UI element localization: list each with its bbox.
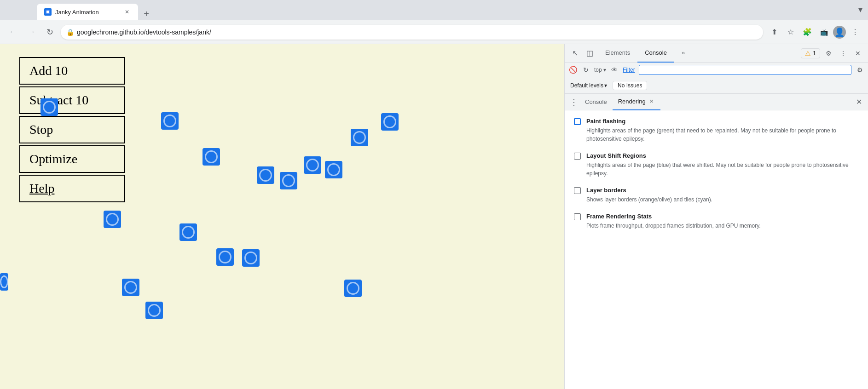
tab-dropdown-button[interactable]: ▾ [858, 5, 862, 15]
default-levels-label: Default levels [570, 82, 603, 89]
clear-console-icon[interactable]: 🚫 [568, 65, 578, 74]
animated-square [161, 112, 179, 130]
layer-borders-checkbox[interactable] [574, 187, 581, 194]
reload-button[interactable]: ↻ [42, 25, 57, 40]
animated-square [179, 223, 197, 241]
back-button[interactable]: ← [6, 25, 20, 40]
filter-settings-icon[interactable]: ⚙ [855, 65, 864, 74]
devtools-header: ↖ ◫ Elements Console » ⚠ 1 ⚙ [565, 44, 868, 63]
forward-button[interactable]: → [24, 25, 39, 40]
elements-tab[interactable]: Elements [598, 44, 637, 63]
devtools-header-icons: ⚠ 1 ⚙ ⋮ ✕ [801, 47, 864, 60]
animated-square [257, 166, 274, 184]
chevron-down-icon: ▾ [604, 82, 607, 89]
animated-square [104, 211, 121, 228]
browser-frame: Janky Animation ✕ + ▾ ← → ↻ 🔒 googlechro… [0, 0, 868, 389]
animated-square [242, 249, 260, 267]
frame-rendering-row: Frame Rendering Stats Plots frame throug… [574, 213, 859, 230]
panel-close-button[interactable]: ✕ [853, 97, 864, 108]
subtract-10-button[interactable]: Subtract 10 [19, 86, 125, 114]
warning-badge[interactable]: ⚠ 1 [801, 48, 820, 58]
optimize-button[interactable]: Optimize [19, 145, 125, 173]
toolbar-right: ⬆ ☆ 🧩 📺 👤 ⋮ [767, 25, 862, 40]
devtools-panel: ↖ ◫ Elements Console » ⚠ 1 ⚙ [564, 44, 868, 389]
frame-rendering-desc: Plots frame throughput, dropped frames d… [586, 222, 859, 230]
filter-label: Filter [623, 67, 635, 73]
refresh-icon[interactable]: ↻ [581, 65, 590, 74]
animated-square [280, 172, 297, 189]
no-issues-button[interactable]: No Issues [613, 81, 647, 90]
layer-borders-row: Layer borders Shows layer borders (orang… [574, 187, 859, 204]
paint-flashing-title: Paint flashing [586, 118, 859, 125]
main-area: Add 10 Subtract 10 Stop Optimize Help [0, 44, 868, 389]
profile-avatar[interactable]: 👤 [833, 26, 846, 39]
animated-square [216, 248, 234, 266]
paint-flashing-desc: Highlights areas of the page (green) tha… [586, 126, 859, 143]
menu-button[interactable]: ⋮ [848, 25, 862, 40]
layer-borders-text: Layer borders Shows layer borders (orang… [586, 187, 859, 204]
devtools-more-button[interactable]: ⋮ [837, 47, 850, 60]
frame-rendering-checkbox[interactable] [574, 213, 581, 220]
tab-favicon [44, 8, 52, 16]
rendering-content: Paint flashing Highlights areas of the p… [565, 110, 868, 389]
console-subtab-label: Console [585, 98, 607, 105]
devtools-main-tabs: Elements Console » [598, 44, 799, 63]
extensions-button[interactable]: 🧩 [800, 25, 815, 40]
jank-page: Add 10 Subtract 10 Stop Optimize Help [0, 44, 564, 389]
device-mode-button[interactable]: ◫ [583, 47, 596, 60]
devtools-levels-bar: Default levels ▾ No Issues [565, 77, 868, 94]
bookmark-button[interactable]: ☆ [783, 25, 798, 40]
default-levels-button[interactable]: Default levels ▾ [570, 82, 607, 89]
share-button[interactable]: ⬆ [767, 25, 781, 40]
subtab-more-button[interactable]: ⋮ [568, 97, 579, 108]
devtools-close-button[interactable]: ✕ [851, 47, 864, 60]
animated-square [203, 148, 220, 166]
rendering-subtab-label: Rendering [618, 98, 646, 105]
animated-square [351, 129, 368, 146]
warning-icon: ⚠ [805, 50, 811, 57]
jank-buttons: Add 10 Subtract 10 Stop Optimize Help [19, 57, 125, 202]
tab-close-button[interactable]: ✕ [123, 8, 131, 16]
tab-title: Janky Animation [55, 9, 120, 16]
frame-rendering-title: Frame Rendering Stats [586, 213, 859, 220]
animated-square [325, 161, 342, 178]
rendering-subtab-close[interactable]: ✕ [648, 98, 655, 105]
inspector-button[interactable]: ↖ [568, 47, 581, 60]
more-tabs-button[interactable]: » [674, 44, 692, 63]
browser-toolbar: ← → ↻ 🔒 googlechrome.github.io/devtools-… [0, 20, 868, 44]
devtools-toolbar: 🚫 ↻ top ▾ 👁 Filter ⚙ [565, 63, 868, 77]
layout-shift-title: Layout Shift Regions [586, 152, 859, 159]
console-main-tab[interactable]: Console [637, 44, 674, 63]
profile-icon: 👤 [834, 27, 845, 37]
stop-button[interactable]: Stop [19, 116, 125, 143]
console-subtab[interactable]: Console [579, 94, 613, 110]
animated-square [304, 156, 321, 174]
help-button[interactable]: Help [19, 175, 125, 202]
lock-icon: 🔒 [66, 29, 74, 36]
tab-bar: Janky Animation ✕ + ▾ [0, 0, 868, 20]
layer-borders-title: Layer borders [586, 187, 859, 194]
eye-icon[interactable]: 👁 [610, 65, 619, 74]
animated-square [122, 279, 139, 296]
top-frame-select[interactable]: top ▾ [594, 67, 606, 73]
paint-flashing-text: Paint flashing Highlights areas of the p… [586, 118, 859, 143]
add-10-button[interactable]: Add 10 [19, 57, 125, 85]
layout-shift-desc: Highlights areas of the page (blue) that… [586, 161, 859, 177]
animated-square [381, 113, 399, 131]
new-tab-button[interactable]: + [140, 7, 153, 20]
rendering-subtab[interactable]: Rendering ✕ [613, 94, 660, 110]
filter-input[interactable] [639, 65, 851, 75]
devtools-subtabs: ⋮ Console Rendering ✕ ✕ [565, 94, 868, 110]
animated-square [344, 280, 362, 297]
svg-rect-1 [46, 11, 49, 13]
layer-borders-desc: Shows layer borders (orange/olive) and t… [586, 195, 859, 204]
layout-shift-checkbox[interactable] [574, 153, 581, 160]
browser-tab[interactable]: Janky Animation ✕ [37, 4, 138, 20]
no-issues-label: No Issues [618, 82, 642, 89]
devtools-settings-button[interactable]: ⚙ [822, 47, 835, 60]
warning-count: 1 [813, 50, 816, 57]
animated-square [0, 273, 8, 291]
cast-button[interactable]: 📺 [816, 25, 831, 40]
address-bar[interactable]: 🔒 googlechrome.github.io/devtools-sample… [61, 25, 763, 40]
paint-flashing-checkbox[interactable] [574, 118, 581, 125]
